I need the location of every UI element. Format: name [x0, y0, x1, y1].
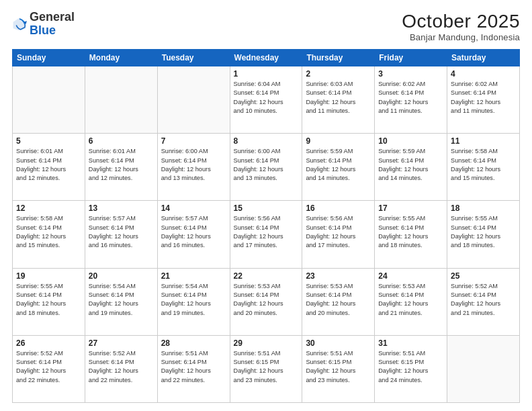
calendar-cell: 11Sunrise: 5:58 AM Sunset: 6:14 PM Dayli… — [447, 134, 520, 201]
calendar-cell: 12Sunrise: 5:58 AM Sunset: 6:14 PM Dayli… — [13, 201, 85, 268]
calendar-cell: 21Sunrise: 5:54 AM Sunset: 6:14 PM Dayli… — [157, 268, 230, 335]
day-number: 21 — [161, 271, 226, 281]
day-info: Sunrise: 5:57 AM Sunset: 6:14 PM Dayligh… — [161, 214, 226, 250]
day-number: 26 — [16, 338, 81, 348]
day-info: Sunrise: 5:58 AM Sunset: 6:14 PM Dayligh… — [451, 147, 516, 183]
day-info: Sunrise: 6:00 AM Sunset: 6:14 PM Dayligh… — [161, 147, 226, 183]
week-row-1: 1Sunrise: 6:04 AM Sunset: 6:14 PM Daylig… — [13, 66, 520, 134]
calendar-cell — [13, 66, 85, 134]
day-info: Sunrise: 5:52 AM Sunset: 6:14 PM Dayligh… — [89, 349, 154, 385]
day-number: 25 — [451, 271, 516, 281]
calendar-cell: 3Sunrise: 6:02 AM Sunset: 6:14 PM Daylig… — [375, 66, 447, 134]
day-info: Sunrise: 5:53 AM Sunset: 6:14 PM Dayligh… — [306, 282, 371, 318]
day-info: Sunrise: 6:00 AM Sunset: 6:14 PM Dayligh… — [234, 147, 299, 183]
calendar-cell: 31Sunrise: 5:51 AM Sunset: 6:15 PM Dayli… — [375, 335, 447, 402]
day-info: Sunrise: 6:04 AM Sunset: 6:14 PM Dayligh… — [234, 80, 299, 116]
calendar-cell: 10Sunrise: 5:59 AM Sunset: 6:14 PM Dayli… — [375, 134, 447, 201]
col-tuesday: Tuesday — [157, 50, 230, 66]
day-info: Sunrise: 5:58 AM Sunset: 6:14 PM Dayligh… — [16, 214, 81, 250]
day-info: Sunrise: 5:51 AM Sunset: 6:14 PM Dayligh… — [161, 349, 226, 385]
day-number: 13 — [89, 203, 154, 213]
calendar-cell: 14Sunrise: 5:57 AM Sunset: 6:14 PM Dayli… — [157, 201, 230, 268]
day-number: 31 — [378, 338, 443, 348]
col-thursday: Thursday — [302, 50, 375, 66]
day-number: 23 — [306, 271, 371, 281]
calendar-cell — [85, 66, 157, 134]
day-number: 27 — [89, 338, 154, 348]
calendar-cell: 13Sunrise: 5:57 AM Sunset: 6:14 PM Dayli… — [85, 201, 157, 268]
calendar-cell: 8Sunrise: 6:00 AM Sunset: 6:14 PM Daylig… — [230, 134, 302, 201]
calendar-cell — [447, 335, 520, 402]
calendar-cell: 25Sunrise: 5:52 AM Sunset: 6:14 PM Dayli… — [447, 268, 520, 335]
page: General Blue October 2025 Banjar Mandung… — [0, 0, 532, 411]
day-number: 14 — [161, 203, 226, 213]
header-row: Sunday Monday Tuesday Wednesday Thursday… — [13, 50, 520, 66]
calendar-cell: 15Sunrise: 5:56 AM Sunset: 6:14 PM Dayli… — [230, 201, 302, 268]
calendar-cell: 22Sunrise: 5:53 AM Sunset: 6:14 PM Dayli… — [230, 268, 302, 335]
day-number: 11 — [451, 136, 516, 146]
calendar-cell: 24Sunrise: 5:53 AM Sunset: 6:14 PM Dayli… — [375, 268, 447, 335]
calendar-cell: 19Sunrise: 5:55 AM Sunset: 6:14 PM Dayli… — [13, 268, 85, 335]
calendar-cell: 20Sunrise: 5:54 AM Sunset: 6:14 PM Dayli… — [85, 268, 157, 335]
calendar-cell: 6Sunrise: 6:01 AM Sunset: 6:14 PM Daylig… — [85, 134, 157, 201]
day-number: 15 — [234, 203, 299, 213]
day-number: 22 — [234, 271, 299, 281]
day-info: Sunrise: 5:54 AM Sunset: 6:14 PM Dayligh… — [89, 282, 154, 318]
logo-text: General Blue — [30, 11, 75, 38]
day-info: Sunrise: 5:55 AM Sunset: 6:14 PM Dayligh… — [451, 214, 516, 250]
calendar-cell: 9Sunrise: 5:59 AM Sunset: 6:14 PM Daylig… — [302, 134, 375, 201]
day-info: Sunrise: 5:59 AM Sunset: 6:14 PM Dayligh… — [306, 147, 371, 183]
day-info: Sunrise: 5:57 AM Sunset: 6:14 PM Dayligh… — [89, 214, 154, 250]
day-info: Sunrise: 5:51 AM Sunset: 6:15 PM Dayligh… — [378, 349, 443, 385]
day-info: Sunrise: 5:52 AM Sunset: 6:14 PM Dayligh… — [16, 349, 81, 385]
calendar-cell: 1Sunrise: 6:04 AM Sunset: 6:14 PM Daylig… — [230, 66, 302, 134]
col-sunday: Sunday — [13, 50, 85, 66]
calendar-table: Sunday Monday Tuesday Wednesday Thursday… — [12, 49, 520, 403]
calendar-cell: 27Sunrise: 5:52 AM Sunset: 6:14 PM Dayli… — [85, 335, 157, 402]
calendar-cell: 7Sunrise: 6:00 AM Sunset: 6:14 PM Daylig… — [157, 134, 230, 201]
day-number: 6 — [89, 136, 154, 146]
calendar-cell — [157, 66, 230, 134]
calendar-title: October 2025 — [402, 11, 520, 32]
day-info: Sunrise: 5:56 AM Sunset: 6:14 PM Dayligh… — [306, 214, 371, 250]
day-info: Sunrise: 6:02 AM Sunset: 6:14 PM Dayligh… — [451, 80, 516, 116]
calendar-cell: 29Sunrise: 5:51 AM Sunset: 6:15 PM Dayli… — [230, 335, 302, 402]
day-info: Sunrise: 5:53 AM Sunset: 6:14 PM Dayligh… — [234, 282, 299, 318]
logo-general-text: General — [30, 10, 75, 24]
day-info: Sunrise: 6:03 AM Sunset: 6:14 PM Dayligh… — [306, 80, 371, 116]
day-number: 3 — [378, 69, 443, 79]
day-number: 12 — [16, 203, 81, 213]
calendar-cell: 23Sunrise: 5:53 AM Sunset: 6:14 PM Dayli… — [302, 268, 375, 335]
calendar-cell: 4Sunrise: 6:02 AM Sunset: 6:14 PM Daylig… — [447, 66, 520, 134]
day-number: 28 — [161, 338, 226, 348]
calendar-cell: 5Sunrise: 6:01 AM Sunset: 6:14 PM Daylig… — [13, 134, 85, 201]
logo: General Blue — [12, 11, 75, 38]
day-number: 7 — [161, 136, 226, 146]
day-number: 9 — [306, 136, 371, 146]
calendar-cell: 18Sunrise: 5:55 AM Sunset: 6:14 PM Dayli… — [447, 201, 520, 268]
calendar-cell: 16Sunrise: 5:56 AM Sunset: 6:14 PM Dayli… — [302, 201, 375, 268]
day-info: Sunrise: 5:51 AM Sunset: 6:15 PM Dayligh… — [234, 349, 299, 385]
calendar-cell: 26Sunrise: 5:52 AM Sunset: 6:14 PM Dayli… — [13, 335, 85, 402]
week-row-4: 19Sunrise: 5:55 AM Sunset: 6:14 PM Dayli… — [13, 268, 520, 335]
day-info: Sunrise: 5:55 AM Sunset: 6:14 PM Dayligh… — [378, 214, 443, 250]
day-info: Sunrise: 6:01 AM Sunset: 6:14 PM Dayligh… — [16, 147, 81, 183]
col-wednesday: Wednesday — [230, 50, 302, 66]
col-saturday: Saturday — [447, 50, 520, 66]
day-number: 16 — [306, 203, 371, 213]
day-info: Sunrise: 5:52 AM Sunset: 6:14 PM Dayligh… — [451, 282, 516, 318]
day-number: 19 — [16, 271, 81, 281]
title-block: October 2025 Banjar Mandung, Indonesia — [402, 11, 520, 42]
logo-icon — [12, 17, 27, 32]
day-number: 8 — [234, 136, 299, 146]
day-info: Sunrise: 6:02 AM Sunset: 6:14 PM Dayligh… — [378, 80, 443, 116]
calendar-cell: 28Sunrise: 5:51 AM Sunset: 6:14 PM Dayli… — [157, 335, 230, 402]
day-info: Sunrise: 5:51 AM Sunset: 6:15 PM Dayligh… — [306, 349, 371, 385]
day-info: Sunrise: 5:59 AM Sunset: 6:14 PM Dayligh… — [378, 147, 443, 183]
day-number: 29 — [234, 338, 299, 348]
day-info: Sunrise: 5:56 AM Sunset: 6:14 PM Dayligh… — [234, 214, 299, 250]
day-number: 17 — [378, 203, 443, 213]
day-number: 20 — [89, 271, 154, 281]
day-number: 24 — [378, 271, 443, 281]
col-monday: Monday — [85, 50, 157, 66]
